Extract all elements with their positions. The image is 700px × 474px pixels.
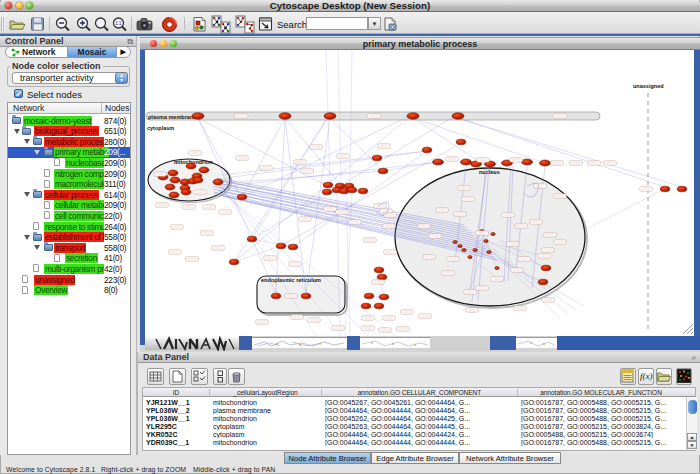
svg-text:f(x): f(x)	[640, 371, 653, 381]
svg-text:1:1: 1:1	[115, 21, 122, 26]
